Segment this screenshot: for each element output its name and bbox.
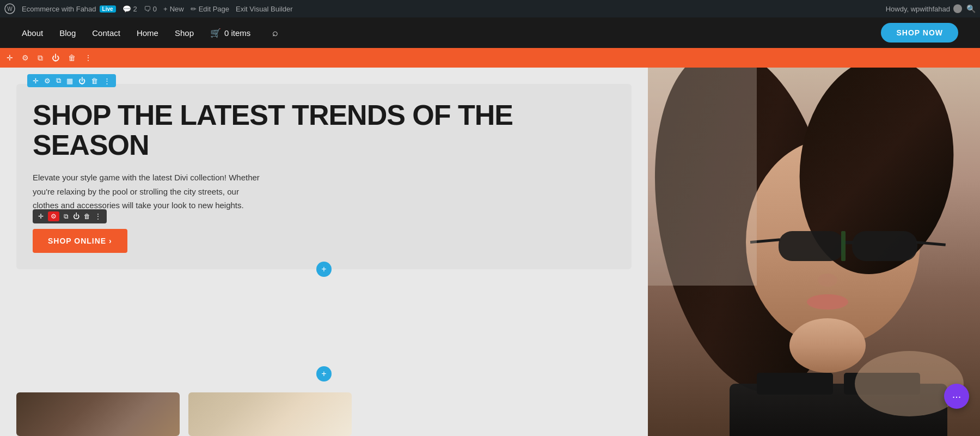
admin-bar: W Ecommerce with Fahad Live 💬 2 🗨 0 + Ne… (0, 0, 980, 17)
section-settings-icon[interactable]: ⚙ (44, 77, 51, 85)
toolbar-toggle-icon[interactable]: ⏻ (52, 53, 59, 62)
toolbar-copy-icon[interactable]: ⧉ (38, 53, 43, 63)
hero-svg (648, 68, 980, 436)
section-delete-icon[interactable]: 🗑 (91, 77, 98, 85)
fab-icon: ··· (952, 390, 961, 403)
module-toolbar: ✛ ⚙ ⧉ ⏻ 🗑 ⋮ (33, 209, 107, 223)
cart-icon: 🛒 (210, 28, 221, 38)
avatar (953, 4, 962, 13)
section-grid-icon[interactable]: ▦ (66, 77, 73, 85)
main-content: ✛ ⚙ ⧉ ▦ ⏻ 🗑 ⋮ SHOP THE LATEST TRENDS OF … (0, 68, 980, 436)
nav-home[interactable]: Home (137, 28, 158, 38)
module-more-icon[interactable]: ⋮ (95, 213, 101, 220)
comment-icon: 💬 (122, 5, 131, 13)
svg-point-22 (855, 351, 964, 416)
nav-blog[interactable]: Blog (59, 28, 76, 38)
toolbar-delete-icon[interactable]: 🗑 (68, 53, 76, 62)
reply-icon: 🗨 (144, 5, 151, 13)
nav-bar: About Blog Contact Home Shop 🛒 0 items ⌕… (0, 17, 980, 48)
comments-item[interactable]: 💬 2 (122, 5, 137, 13)
button-module-wrapper: ✛ ⚙ ⧉ ⏻ 🗑 ⋮ SHOP ONLINE › (33, 229, 127, 253)
builder-toolbar: ✛ ⚙ ⧉ ⏻ 🗑 ⋮ (0, 48, 980, 68)
plus-icon: + (163, 5, 168, 13)
section-toggle-icon[interactable]: ⏻ (78, 77, 85, 85)
site-name[interactable]: Ecommerce with Fahad Live (22, 5, 116, 13)
svg-rect-15 (757, 373, 833, 395)
add-section-button[interactable]: + (316, 366, 332, 382)
svg-point-13 (807, 294, 848, 310)
svg-point-12 (818, 274, 837, 287)
woman-image (648, 68, 980, 436)
section-add-icon[interactable]: ✛ (33, 77, 39, 85)
toolbar-settings-icon[interactable]: ⚙ (22, 53, 29, 62)
svg-point-20 (789, 318, 866, 373)
howdy-label: Howdy, wpwithfahad (886, 4, 962, 13)
exit-builder-item[interactable]: Exit Visual Builder (236, 5, 293, 13)
live-badge: Live (100, 5, 116, 13)
svg-rect-21 (648, 68, 757, 286)
toolbar-add-icon[interactable]: ✛ (7, 53, 13, 62)
section-container: ✛ ⚙ ⧉ ▦ ⏻ 🗑 ⋮ SHOP THE LATEST TRENDS OF … (16, 84, 632, 269)
edit-page-item[interactable]: ✏ Edit Page (191, 5, 229, 13)
nav-cart[interactable]: 🛒 0 items (210, 28, 250, 38)
shop-online-button[interactable]: SHOP ONLINE › (33, 229, 127, 253)
bottom-images (16, 392, 352, 436)
svg-text:W: W (7, 6, 13, 12)
thumbnail-2 (188, 392, 352, 436)
section-copy-icon[interactable]: ⧉ (56, 76, 61, 85)
shop-now-button[interactable]: SHOP NOW (881, 23, 958, 43)
nav-contact[interactable]: Contact (92, 28, 120, 38)
module-delete-icon[interactable]: 🗑 (84, 213, 90, 220)
hero-description: Elevate your style game with the latest … (33, 171, 261, 213)
edit-icon: ✏ (191, 5, 197, 13)
module-toggle-icon[interactable]: ⏻ (73, 213, 79, 220)
module-add-icon[interactable]: ✛ (38, 213, 44, 220)
fab-button[interactable]: ··· (944, 384, 969, 409)
section-more-icon[interactable]: ⋮ (103, 77, 111, 85)
thumbnail-1 (16, 392, 180, 436)
wordpress-logo-icon: W (4, 3, 15, 14)
section-toolbar: ✛ ⚙ ⧉ ▦ ⏻ 🗑 ⋮ (27, 74, 116, 87)
svg-rect-11 (841, 231, 846, 261)
nav-shop[interactable]: Shop (175, 28, 194, 38)
search-button[interactable]: ⌕ (272, 27, 278, 39)
module-settings-icon[interactable]: ⚙ (48, 211, 59, 221)
toolbar-more-icon[interactable]: ⋮ (84, 53, 92, 62)
hero-title: SHOP THE LATEST TRENDS OF THE SEASON (33, 100, 615, 160)
svg-rect-7 (852, 231, 917, 261)
module-copy-icon[interactable]: ⧉ (64, 213, 69, 220)
hero-image-panel: ··· (648, 68, 980, 436)
replies-item[interactable]: 🗨 0 (144, 5, 157, 13)
add-module-button-1[interactable]: + (316, 262, 332, 277)
svg-rect-6 (779, 231, 844, 261)
admin-search-icon[interactable]: 🔍 (966, 4, 976, 13)
nav-about[interactable]: About (22, 28, 43, 38)
new-item[interactable]: + New (163, 5, 184, 13)
left-panel: ✛ ⚙ ⧉ ▦ ⏻ 🗑 ⋮ SHOP THE LATEST TRENDS OF … (0, 68, 648, 436)
